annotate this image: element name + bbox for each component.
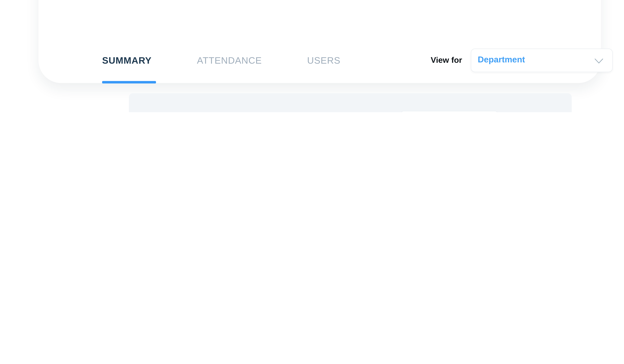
top-nav-bar: SUMMARY ATTENDANCE USERS View for Depart… — [38, 0, 601, 83]
active-tab-underline — [102, 81, 156, 83]
summary-table-card: View average summary for: Last 7 days Ch… — [129, 93, 572, 112]
view-for-value: Department — [478, 55, 525, 64]
tab-summary[interactable]: SUMMARY — [102, 55, 152, 66]
tab-attendance[interactable]: ATTENDANCE — [197, 55, 262, 66]
screen: SUMMARY ATTENDANCE USERS View for Depart… — [0, 0, 624, 112]
date-range-selector[interactable]: Last 7 days — [401, 111, 497, 112]
table-header-band — [129, 93, 572, 112]
view-for-dropdown[interactable]: Department — [471, 49, 613, 72]
view-for-label: View for — [431, 55, 462, 65]
tab-users[interactable]: USERS — [307, 55, 340, 66]
chevron-down-icon — [595, 58, 603, 65]
average-summary-label: View average summary for: — [129, 111, 396, 112]
